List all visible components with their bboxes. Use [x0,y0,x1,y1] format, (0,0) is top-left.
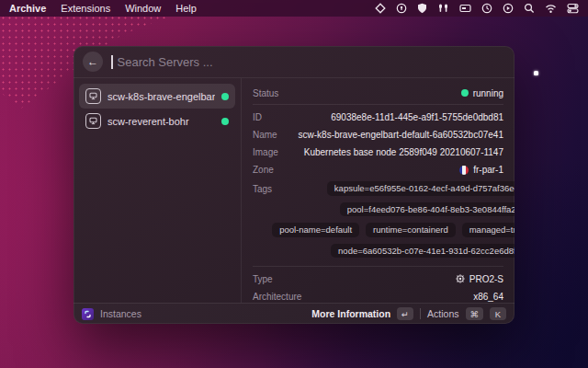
desktop: Archive Extensions Window Help ← Search … [0,0,588,368]
k-key-badge[interactable]: K [490,307,506,320]
server-name: scw-reverent-bohr [107,116,215,127]
wifi-icon[interactable] [545,4,557,14]
mouse-cursor-dot [534,71,538,75]
server-details-panel: Status running ID 69038e8e-11d1-445e-a9f… [242,78,514,303]
scaleway-logo-icon [82,308,94,320]
detail-label: Name [253,130,277,140]
detail-row-type: Type PRO2-S [253,270,503,288]
detail-label: Zone [253,165,274,175]
tag-pill: kapsule=e56f955e-0162-4ecf-a49d-d757af36… [327,181,514,196]
cpu-icon [456,274,465,285]
server-icon [85,88,101,104]
search-input[interactable]: Search Servers ... [118,55,213,69]
search-header: ← Search Servers ... [74,46,514,78]
france-flag-icon [459,166,469,175]
status-value: running [473,88,503,98]
command-key-badge[interactable]: ⌘ [466,307,484,320]
detail-value: Kubernetes base node 2589f049 20210607-1… [304,147,503,157]
text-caret [111,55,113,69]
menu-bar: Archive Extensions Window Help [0,0,588,17]
detail-row-status: Status running [253,86,503,100]
status-dot [221,118,229,125]
raycast-icon[interactable] [375,3,386,14]
tag-pill: pool=f4eed076-be86-404f-8eb3-3e0844ffa23… [340,202,514,217]
server-icon [85,113,101,129]
launcher-body: scw-k8s-brave-engelbart-de... scw-revere… [74,78,514,303]
detail-label: Architecture [253,292,301,302]
detail-label: Status [253,88,278,98]
detail-row-id: ID 69038e8e-11d1-445e-a9f1-5755de0dbd81 [253,109,503,126]
menu-archive[interactable]: Archive [9,3,46,14]
detail-value: scw-k8s-brave-engelbart-default-6a60532b… [299,130,503,140]
launcher-window: ← Search Servers ... scw-k8s-brave-engel… [74,46,514,324]
menu-extensions[interactable]: Extensions [61,3,110,14]
actions-button[interactable]: Actions [427,308,458,319]
detail-value: fr-par-1 [473,165,503,175]
detail-value: x86_64 [473,292,503,302]
server-list-item[interactable]: scw-reverent-bohr [79,109,235,133]
detail-label: Type [253,274,273,284]
source-label: Instances [100,308,141,319]
detail-row-architecture: Architecture x86_64 [253,288,503,303]
tag-pill: pool-name=default [272,223,359,237]
back-button[interactable]: ← [83,52,103,72]
server-list: scw-k8s-brave-engelbart-de... scw-revere… [74,78,242,303]
detail-value: 69038e8e-11d1-445e-a9f1-5755de0dbd81 [331,112,503,122]
clock-icon[interactable] [481,3,492,14]
control-center-icon[interactable] [567,3,579,14]
onepassword-icon[interactable] [396,3,407,14]
status-dot [221,93,229,100]
airpods-icon[interactable] [437,3,449,14]
divider [253,104,503,105]
detail-row-tags: Tags kapsule=e56f955e-0162-4ecf-a49d-d75… [253,181,503,258]
detail-label: Tags [253,181,272,194]
menu-help[interactable]: Help [175,3,197,14]
server-list-item[interactable]: scw-k8s-brave-engelbart-de... [79,84,235,109]
tag-pill: runtime=containerd [366,223,456,237]
detail-label: ID [253,112,262,122]
search-icon[interactable] [524,3,535,14]
return-key-badge[interactable]: ↵ [397,307,413,320]
status-icons [375,3,579,14]
menu-window[interactable]: Window [125,3,161,14]
divider [420,308,421,319]
detail-row-image: Image Kubernetes base node 2589f049 2021… [253,144,503,161]
tag-pill: managed=true [462,223,514,237]
divider [253,266,503,267]
footer-bar: Instances More Information ↵ Actions ⌘ K [74,303,514,324]
status-dot [461,89,469,97]
server-name: scw-k8s-brave-engelbart-de... [107,91,215,102]
display-icon[interactable] [459,3,471,14]
detail-label: Image [253,147,278,157]
detail-row-name: Name scw-k8s-brave-engelbart-default-6a6… [253,126,503,144]
detail-value: PRO2-S [469,274,503,284]
detail-row-zone: Zone fr-par-1 [253,161,503,178]
play-circle-icon[interactable] [503,3,514,14]
more-information-button[interactable]: More Information [311,308,390,319]
tag-pill: node=6a60532b-c07e-41e1-931d-62cc2e6d8f0… [331,244,514,259]
shield-icon[interactable] [417,3,427,14]
